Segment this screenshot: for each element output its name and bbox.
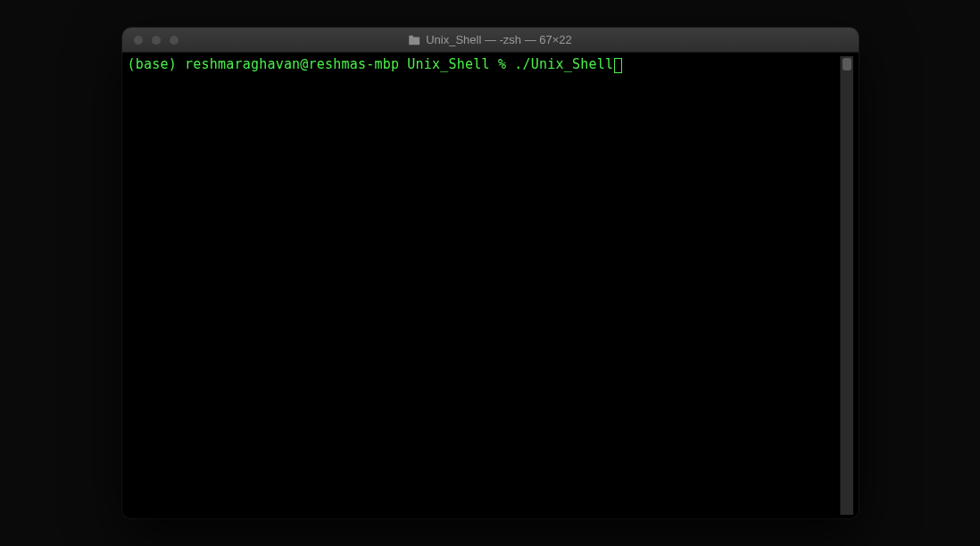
- maximize-button[interactable]: [169, 35, 179, 46]
- titlebar[interactable]: Unix_Shell — -zsh — 67×22: [122, 28, 859, 53]
- traffic-lights: [133, 35, 179, 46]
- close-button[interactable]: [133, 35, 144, 46]
- scrollbar[interactable]: [840, 56, 853, 515]
- cursor: [614, 58, 622, 73]
- terminal-body[interactable]: (base) reshmaraghavan@reshmas-mbp Unix_S…: [122, 53, 859, 518]
- scrollbar-thumb[interactable]: [843, 58, 851, 70]
- shell-prompt: (base) reshmaraghavan@reshmas-mbp Unix_S…: [128, 56, 515, 72]
- minimize-button[interactable]: [151, 35, 162, 46]
- window-title-container: Unix_Shell — -zsh — 67×22: [408, 33, 572, 46]
- folder-icon: [408, 35, 420, 46]
- terminal-content[interactable]: (base) reshmaraghavan@reshmas-mbp Unix_S…: [128, 56, 840, 515]
- command-input: ./Unix_Shell: [514, 56, 613, 72]
- window-title: Unix_Shell — -zsh — 67×22: [426, 33, 572, 46]
- terminal-window: Unix_Shell — -zsh — 67×22 (base) reshmar…: [122, 28, 859, 518]
